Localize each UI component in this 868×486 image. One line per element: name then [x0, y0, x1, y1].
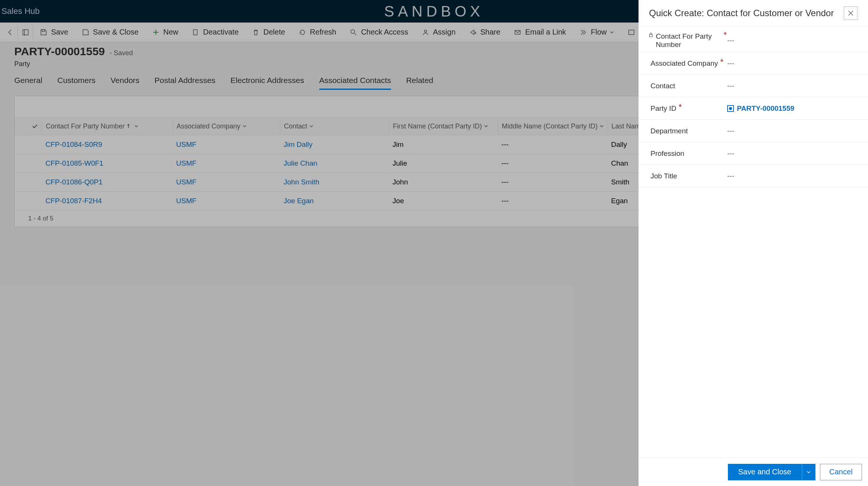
lookup-value[interactable]: PARTY-00001559: [727, 104, 794, 113]
panel-body: Contact For Party Number * --- Associate…: [639, 26, 868, 457]
save-and-close-button[interactable]: Save and Close: [728, 464, 815, 480]
panel-title: Quick Create: Contact for Customer or Ve…: [649, 8, 844, 18]
field-profession[interactable]: Profession ---: [639, 142, 868, 165]
close-button[interactable]: [844, 6, 857, 20]
panel-footer: Save and Close Cancel: [639, 457, 868, 486]
close-icon: [848, 10, 854, 16]
panel-header: Quick Create: Contact for Customer or Ve…: [639, 0, 868, 26]
lock-icon: [648, 32, 654, 38]
field-contact-for-party-number[interactable]: Contact For Party Number * ---: [639, 29, 868, 52]
field-value: ---: [727, 172, 734, 180]
required-indicator: *: [720, 59, 725, 65]
field-label-text: Contact For Party Number: [656, 32, 722, 49]
field-job-title[interactable]: Job Title ---: [639, 165, 868, 187]
lookup-entity-icon: [727, 105, 734, 112]
field-label-text: Department: [651, 127, 688, 135]
field-value: ---: [727, 82, 734, 90]
svg-rect-7: [649, 35, 652, 37]
split-button-chevron[interactable]: [802, 464, 815, 480]
field-associated-company[interactable]: Associated Company * ---: [639, 52, 868, 75]
modal-overlay[interactable]: [0, 0, 639, 486]
field-label-text: Contact: [651, 82, 675, 90]
field-value: ---: [727, 36, 734, 45]
chevron-down-icon: [806, 470, 811, 474]
field-value: ---: [727, 59, 734, 68]
field-label-text: Associated Company: [651, 59, 718, 68]
field-label-text: Party ID: [651, 104, 676, 113]
required-indicator: *: [679, 104, 683, 110]
required-indicator: *: [724, 32, 727, 38]
field-contact[interactable]: Contact ---: [639, 75, 868, 97]
cancel-button[interactable]: Cancel: [820, 464, 862, 480]
cancel-label: Cancel: [829, 468, 853, 476]
field-label-text: Job Title: [651, 172, 677, 180]
field-party-id[interactable]: Party ID * PARTY-00001559: [639, 97, 868, 120]
field-value: ---: [727, 149, 734, 158]
quick-create-panel: Quick Create: Contact for Customer or Ve…: [639, 0, 868, 486]
save-and-close-label: Save and Close: [728, 468, 802, 476]
lookup-text: PARTY-00001559: [737, 104, 794, 113]
field-department[interactable]: Department ---: [639, 120, 868, 142]
field-label-text: Profession: [651, 149, 684, 158]
field-value: ---: [727, 127, 734, 135]
